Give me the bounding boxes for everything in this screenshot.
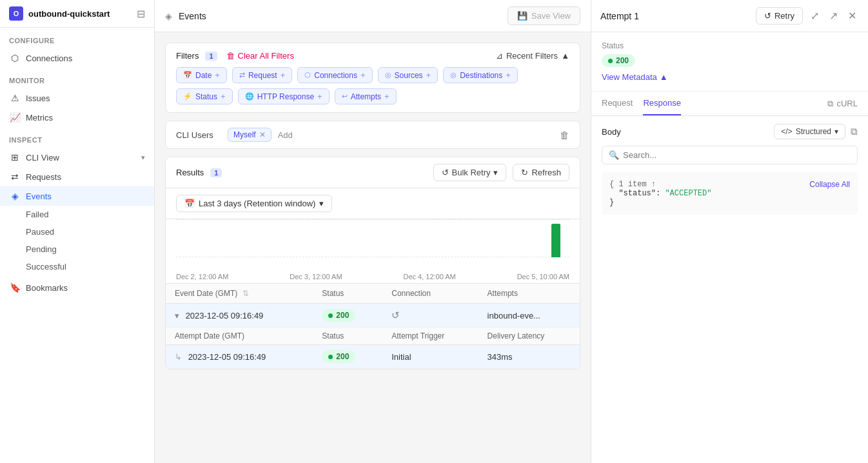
save-view-button[interactable]: 💾 Save View: [508, 6, 580, 25]
sidebar-item-bookmarks-label: Bookmarks: [26, 283, 68, 293]
sources-icon: ◎: [385, 71, 391, 79]
tab-request[interactable]: Request: [602, 92, 633, 115]
panel-expand-button[interactable]: ⤢: [808, 7, 822, 25]
sidebar-item-issues[interactable]: ⚠ Issues: [0, 88, 154, 108]
structured-button[interactable]: </> Structured ▾: [774, 124, 845, 139]
sub-col-trigger: Attempt Trigger: [382, 328, 478, 345]
http-icon: 🌐: [245, 92, 254, 101]
bulk-retry-button[interactable]: ↺ Bulk Retry ▾: [433, 164, 507, 181]
table-sub-row[interactable]: ↳ 2023-12-05 09:16:49 200 Initial: [166, 345, 580, 369]
sources-plus-icon: +: [426, 70, 431, 80]
code-close-brace: }: [609, 198, 614, 207]
panel-status-badge: 200: [602, 54, 635, 67]
cli-tag-remove-button[interactable]: ✕: [259, 130, 266, 139]
table-wrap: Event Date (GMT) ⇅ Status Connection Att…: [166, 284, 580, 369]
expand-row-button[interactable]: ▾: [175, 311, 179, 320]
issues-icon: ⚠: [9, 93, 21, 103]
filters-label: Filters: [176, 51, 199, 61]
results-area: Results 1 ↺ Bulk Retry ▾ ↻ Refresh 📅 Las…: [165, 157, 580, 369]
filter-http-label: HTTP Response: [257, 92, 314, 101]
sidebar-item-cli-view[interactable]: ⊞ CLI View ▾: [0, 148, 154, 167]
requests-icon: ⇄: [9, 172, 21, 182]
date-range-label: Last 3 days (Retention window): [199, 199, 315, 208]
status-icon: ⚡: [183, 92, 192, 101]
structured-label: Structured: [796, 127, 831, 136]
panel-retry-label: Retry: [774, 11, 794, 21]
table-row[interactable]: ▾ 2023-12-05 09:16:49 200 ↺: [166, 304, 580, 328]
filter-request-label: Request: [248, 71, 277, 80]
col-attempts: Attempts: [478, 284, 580, 304]
panel-retry-button[interactable]: ↺ Retry: [756, 7, 803, 25]
collapse-all-button[interactable]: Collapse All: [809, 180, 850, 189]
recent-filters-label: Recent Filters: [506, 51, 558, 61]
add-cli-user-button[interactable]: Add: [278, 130, 293, 140]
bulk-retry-chevron: ▾: [493, 168, 498, 177]
delete-cli-users-button[interactable]: 🗑: [560, 130, 569, 141]
right-panel: Attempt 1 ↺ Retry ⤢ ↗ ✕ Status 200 View …: [591, 0, 868, 463]
clear-all-filters-button[interactable]: 🗑 Clear All Filters: [226, 51, 294, 61]
attempt-status-dot: [328, 355, 333, 359]
sidebar-item-bookmarks[interactable]: 🔖 Bookmarks: [0, 278, 154, 297]
connection-name: inbound-eve...: [488, 311, 540, 320]
col-event-date[interactable]: Event Date (GMT) ⇅: [166, 284, 313, 304]
panel-status-code: 200: [616, 56, 629, 65]
filter-tag-request[interactable]: ⇄ Request +: [232, 67, 292, 83]
filter-tag-destinations[interactable]: ◎ Destinations +: [443, 67, 518, 83]
panel-popout-button[interactable]: ↗: [827, 7, 840, 25]
filter-sources-label: Sources: [395, 71, 423, 80]
sidebar-toggle-button[interactable]: ⊟: [137, 8, 145, 20]
filter-connections-label: Connections: [314, 71, 357, 80]
chevron-up-metadata: ▲: [660, 72, 668, 82]
tab-response[interactable]: Response: [643, 92, 681, 115]
sidebar-sub-item-successful[interactable]: Successful: [0, 258, 154, 275]
sidebar-sub-item-pending[interactable]: Pending: [0, 241, 154, 258]
filter-destinations-label: Destinations: [460, 71, 502, 80]
recent-filters-button[interactable]: ⊿ Recent Filters ▲: [496, 51, 569, 61]
filter-tag-attempts[interactable]: ↩ Attempts +: [335, 88, 397, 104]
structured-chevron: ▾: [834, 127, 838, 136]
sidebar-item-events[interactable]: ◈ Events: [0, 186, 154, 206]
retry-row-button[interactable]: ↺: [391, 310, 400, 321]
filter-tag-date[interactable]: 📅 Date +: [176, 67, 227, 83]
sidebar-item-requests[interactable]: ⇄ Requests: [0, 167, 154, 186]
retry-icon-bulk: ↺: [442, 168, 449, 177]
response-code-block: Collapse All { 1 item ↑ "status": "ACCEP…: [602, 172, 858, 215]
date-icon: 📅: [183, 71, 192, 79]
sidebar-item-connections[interactable]: ⬡ Connections: [0, 48, 154, 68]
results-count: 1: [210, 168, 222, 177]
filter-tag-sources[interactable]: ◎ Sources +: [378, 67, 439, 83]
filter-tags: 📅 Date + ⇄ Request + ⬡ Connections + ◎ S…: [176, 67, 569, 104]
configure-section-label: Configure: [0, 28, 154, 48]
status-badge: 200: [322, 309, 355, 322]
view-metadata-button[interactable]: View Metadata ▲: [602, 72, 668, 82]
sidebar-item-metrics[interactable]: 📈 Metrics: [0, 108, 154, 127]
panel-close-button[interactable]: ✕: [845, 7, 859, 25]
sidebar-sub-item-failed[interactable]: Failed: [0, 206, 154, 223]
filter-tag-http-response[interactable]: 🌐 HTTP Response +: [238, 88, 330, 104]
cli-users-tag: Myself ✕: [228, 128, 271, 142]
copy-body-button[interactable]: ⧉: [851, 126, 858, 137]
clear-all-label: Clear All Filters: [238, 51, 294, 61]
bulk-retry-label: Bulk Retry: [452, 168, 491, 177]
bookmarks-icon: 🔖: [9, 282, 21, 293]
date-range-select[interactable]: 📅 Last 3 days (Retention window) ▾: [176, 195, 332, 212]
sub-col-latency: Delivery Latency: [478, 328, 580, 345]
sort-icon: ⇅: [242, 289, 249, 298]
results-header: Results 1 ↺ Bulk Retry ▾ ↻ Refresh: [166, 157, 580, 188]
event-date: 2023-12-05 09:16:49: [186, 311, 264, 320]
copy-curl-icon: ⧉: [827, 99, 833, 109]
page-title: Events: [179, 11, 501, 21]
search-input[interactable]: [623, 150, 851, 160]
http-plus-icon: +: [317, 92, 322, 101]
chart-area: Dec 2, 12:00 AM Dec 3, 12:00 AM Dec 4, 1…: [166, 219, 580, 284]
refresh-button[interactable]: ↻ Refresh: [513, 164, 569, 181]
refresh-icon: ↻: [521, 168, 528, 177]
calendar-icon: 📅: [184, 199, 195, 208]
tab-curl[interactable]: ⧉ cURL: [827, 99, 858, 109]
filter-tag-status[interactable]: ⚡ Status +: [176, 88, 233, 104]
search-box: 🔍: [602, 146, 858, 164]
filter-tag-connections[interactable]: ⬡ Connections +: [297, 67, 372, 83]
destinations-icon: ◎: [450, 71, 457, 79]
panel-status-dot: [608, 59, 613, 63]
sidebar-sub-item-paused[interactable]: Paused: [0, 223, 154, 241]
